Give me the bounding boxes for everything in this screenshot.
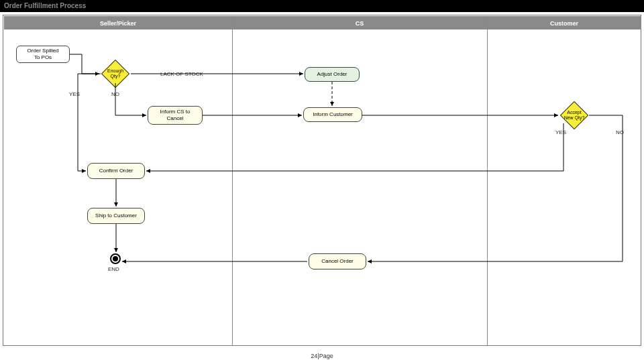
page-footer: 24|Page bbox=[0, 353, 644, 359]
task-inform-cs: Inform CS to Cancel bbox=[148, 106, 203, 125]
edge-label-lack: LACK OF STOCK bbox=[160, 71, 203, 77]
task-adjust-order-label: Adjust Order bbox=[317, 71, 347, 78]
edge-label-no1: NO bbox=[111, 91, 119, 97]
lane-header-customer: Customer bbox=[487, 16, 641, 29]
end-event bbox=[110, 253, 121, 264]
lane-seller-label: Seller/Picker bbox=[100, 20, 136, 27]
task-cancel-order-label: Cancel Order bbox=[321, 258, 354, 265]
task-adjust-order: Adjust Order bbox=[305, 67, 360, 82]
gateway-enough-qty-label: Enough Qty? bbox=[101, 66, 130, 82]
edge-label-yes1: YES bbox=[69, 91, 80, 97]
page-footer-text: 24|Page bbox=[311, 353, 333, 359]
lane-cs-label: CS bbox=[356, 20, 364, 27]
title-bar: Order Fulfillment Process bbox=[0, 0, 644, 12]
title-text: Order Fulfillment Process bbox=[4, 2, 86, 9]
end-label: END bbox=[108, 266, 119, 272]
task-ship-label: Ship to Customer bbox=[95, 213, 137, 219]
lane-divider-1 bbox=[232, 28, 233, 345]
lane-divider-2 bbox=[487, 28, 488, 345]
edge-label-yes2: YES bbox=[555, 129, 566, 135]
start-label: Order Splited To POs bbox=[27, 48, 58, 60]
lane-header-seller: Seller/Picker bbox=[4, 16, 232, 29]
pool-border bbox=[3, 15, 641, 346]
task-inform-cs-label: Inform CS to Cancel bbox=[160, 109, 191, 121]
start-event: Order Splited To POs bbox=[16, 46, 70, 63]
gateway-accept-qty-label: Accept New Qty? bbox=[559, 107, 589, 123]
lane-header-cs: CS bbox=[232, 16, 487, 29]
lane-customer-label: Customer bbox=[550, 20, 578, 27]
gateway-enough-qty: Enough Qty? bbox=[101, 66, 130, 82]
task-inform-customer-label: Inform Customer bbox=[313, 111, 353, 118]
edge-label-no2: NO bbox=[616, 129, 624, 135]
task-confirm-order-label: Confirm Order bbox=[99, 168, 133, 174]
task-cancel-order: Cancel Order bbox=[309, 253, 366, 269]
gateway-accept-qty: Accept New Qty? bbox=[559, 107, 589, 123]
task-confirm-order: Confirm Order bbox=[87, 163, 145, 179]
task-inform-customer: Inform Customer bbox=[303, 107, 362, 122]
task-ship: Ship to Customer bbox=[87, 208, 145, 224]
